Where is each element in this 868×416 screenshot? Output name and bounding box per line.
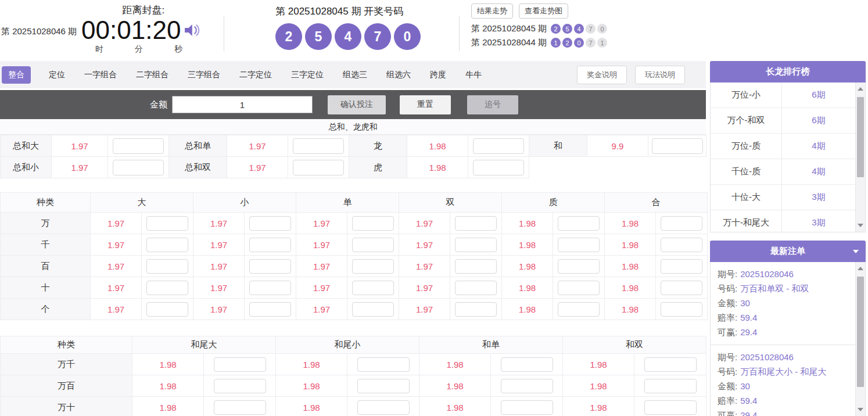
odds-cell[interactable]: 1.97 bbox=[91, 234, 142, 256]
odds-cell[interactable]: 1.98 bbox=[502, 277, 553, 299]
odds-cell[interactable]: 1.98 bbox=[407, 135, 468, 157]
bet-amount-input[interactable] bbox=[352, 281, 394, 295]
bet-amount-input[interactable] bbox=[558, 281, 600, 295]
view-trend-chart-button[interactable]: 查看走势图 bbox=[519, 3, 568, 19]
odds-cell[interactable]: 1.98 bbox=[563, 354, 634, 375]
reset-button[interactable]: 重置 bbox=[400, 95, 451, 114]
bet-amount-input[interactable] bbox=[352, 302, 394, 317]
odds-cell[interactable]: 1.98 bbox=[132, 397, 204, 416]
odds-cell[interactable]: 1.98 bbox=[502, 234, 553, 256]
bet-amount-input[interactable] bbox=[146, 281, 188, 295]
odds-cell[interactable]: 1.97 bbox=[296, 234, 347, 256]
tab-三字组合[interactable]: 三字组合 bbox=[186, 66, 221, 84]
odds-cell[interactable]: 1.98 bbox=[605, 299, 656, 320]
scroll-down-icon[interactable] bbox=[858, 408, 863, 411]
bet-amount-input[interactable] bbox=[357, 357, 410, 372]
bet-amount-input[interactable] bbox=[455, 238, 497, 252]
odds-cell[interactable]: 1.97 bbox=[399, 213, 450, 234]
dragon-scrollbar[interactable] bbox=[855, 83, 865, 232]
bet-amount-input[interactable] bbox=[558, 259, 600, 274]
odds-cell[interactable]: 1.98 bbox=[605, 213, 656, 234]
odds-cell[interactable]: 1.98 bbox=[563, 375, 634, 397]
scrollbar-thumb[interactable] bbox=[857, 277, 864, 387]
orders-scrollbar[interactable] bbox=[855, 262, 865, 416]
odds-cell[interactable]: 1.98 bbox=[276, 375, 347, 397]
bet-amount-input[interactable] bbox=[357, 400, 410, 415]
bet-amount-input[interactable] bbox=[558, 238, 600, 252]
bet-amount-input[interactable] bbox=[644, 400, 697, 415]
bet-amount-input[interactable] bbox=[661, 259, 702, 274]
rules-info-button[interactable]: 玩法说明 bbox=[635, 66, 685, 84]
bet-amount-input[interactable] bbox=[661, 216, 702, 231]
odds-cell[interactable]: 1.98 bbox=[563, 397, 634, 416]
odds-cell[interactable]: 1.98 bbox=[419, 397, 491, 416]
odds-cell[interactable]: 1.98 bbox=[605, 234, 656, 256]
bet-amount-input[interactable] bbox=[214, 379, 266, 393]
bet-amount-input[interactable] bbox=[661, 281, 702, 295]
odds-cell[interactable]: 1.97 bbox=[193, 256, 245, 277]
bet-amount-input[interactable] bbox=[644, 357, 697, 372]
tab-二字组合[interactable]: 二字组合 bbox=[135, 66, 170, 84]
tab-整合[interactable]: 整合 bbox=[2, 66, 31, 84]
odds-cell[interactable]: 1.98 bbox=[276, 397, 347, 416]
odds-cell[interactable]: 1.97 bbox=[52, 135, 108, 157]
odds-cell[interactable]: 1.97 bbox=[52, 157, 108, 178]
bet-amount-input[interactable] bbox=[249, 216, 291, 231]
odds-cell[interactable]: 1.97 bbox=[399, 256, 450, 277]
bet-amount-input[interactable] bbox=[357, 379, 410, 393]
tab-二字定位[interactable]: 二字定位 bbox=[238, 66, 273, 84]
odds-cell[interactable]: 1.98 bbox=[502, 256, 553, 277]
odds-cell[interactable]: 1.98 bbox=[605, 256, 656, 277]
odds-cell[interactable]: 1.97 bbox=[227, 157, 288, 178]
bet-amount-input[interactable] bbox=[293, 160, 344, 175]
odds-cell[interactable]: 1.98 bbox=[605, 277, 656, 299]
bet-amount-input[interactable] bbox=[652, 138, 703, 154]
bet-amount-input[interactable] bbox=[455, 302, 497, 317]
bet-amount-input[interactable] bbox=[352, 259, 394, 274]
odds-cell[interactable]: 1.98 bbox=[419, 375, 491, 397]
odds-cell[interactable]: 1.97 bbox=[399, 277, 450, 299]
collapse-caret-icon[interactable] bbox=[853, 250, 859, 253]
odds-cell[interactable]: 1.97 bbox=[399, 299, 450, 320]
bet-amount-input[interactable] bbox=[146, 259, 188, 274]
bet-amount-input[interactable] bbox=[455, 259, 497, 274]
bet-amount-input[interactable] bbox=[249, 238, 291, 252]
odds-cell[interactable]: 1.98 bbox=[419, 354, 491, 375]
bet-amount-input[interactable] bbox=[113, 138, 164, 154]
bet-amount-input[interactable] bbox=[146, 216, 188, 231]
odds-cell[interactable]: 9.9 bbox=[587, 135, 648, 157]
bet-amount-input[interactable] bbox=[146, 238, 188, 252]
bet-amount-input[interactable] bbox=[214, 357, 266, 372]
odds-cell[interactable]: 1.97 bbox=[296, 256, 347, 277]
bet-amount-input[interactable] bbox=[455, 216, 497, 231]
confirm-bet-button[interactable]: 确认投注 bbox=[328, 95, 386, 114]
odds-cell[interactable]: 1.98 bbox=[407, 157, 468, 178]
bet-amount-input[interactable] bbox=[249, 302, 291, 317]
odds-cell[interactable]: 1.97 bbox=[227, 135, 288, 157]
odds-cell[interactable]: 1.97 bbox=[399, 234, 450, 256]
bet-amount-input[interactable] bbox=[293, 138, 344, 154]
scroll-up-icon[interactable] bbox=[858, 87, 863, 91]
bonus-info-button[interactable]: 奖金说明 bbox=[577, 66, 627, 84]
bet-amount-input[interactable] bbox=[644, 379, 697, 393]
bet-amount-input[interactable] bbox=[558, 216, 600, 231]
speaker-icon[interactable] bbox=[184, 23, 202, 40]
odds-cell[interactable]: 1.98 bbox=[276, 354, 347, 375]
results-trend-button[interactable]: 结果走势 bbox=[471, 3, 513, 19]
bet-amount-input[interactable] bbox=[501, 357, 553, 372]
odds-cell[interactable]: 1.97 bbox=[296, 299, 347, 320]
tab-牛牛[interactable]: 牛牛 bbox=[464, 66, 483, 84]
bet-amount-input[interactable] bbox=[473, 138, 524, 154]
bet-amount-input[interactable] bbox=[661, 302, 702, 317]
tab-组选三[interactable]: 组选三 bbox=[342, 66, 368, 84]
bet-amount-input[interactable] bbox=[214, 400, 266, 415]
tab-三字定位[interactable]: 三字定位 bbox=[290, 66, 325, 84]
bet-amount-input[interactable] bbox=[501, 400, 553, 415]
tab-跨度[interactable]: 跨度 bbox=[429, 66, 447, 84]
odds-cell[interactable]: 1.98 bbox=[502, 299, 553, 320]
odds-cell[interactable]: 1.97 bbox=[193, 234, 245, 256]
odds-cell[interactable]: 1.97 bbox=[193, 277, 245, 299]
bet-amount-input[interactable] bbox=[661, 238, 702, 252]
bet-amount-input[interactable] bbox=[352, 216, 394, 231]
amount-input[interactable] bbox=[172, 96, 313, 113]
